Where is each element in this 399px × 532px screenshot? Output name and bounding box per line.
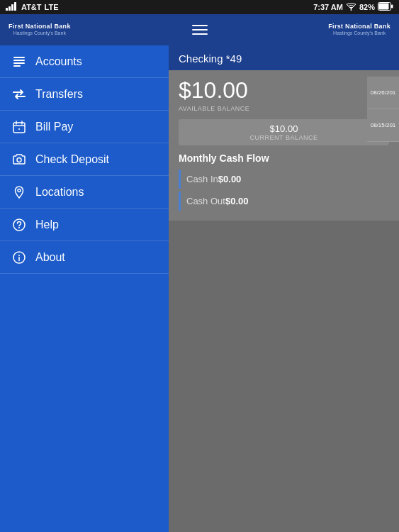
header-logo-left: First National Bank Hastings County's Ba…	[9, 23, 71, 36]
current-balance-box: $10.00 CURRENT BALANCE	[179, 119, 389, 145]
svg-rect-9	[13, 60, 25, 61]
logo-sub-left: Hastings County's Bank	[13, 31, 66, 36]
svg-point-16	[18, 128, 20, 130]
main-content: Checking *49 $10.00 AVAILABLE BALANCE $1…	[169, 45, 399, 532]
time-label: 7:37 AM	[313, 3, 343, 11]
locations-label: Locations	[35, 186, 84, 199]
cash-out-item: Cash Out $0.00	[179, 192, 389, 211]
available-balance-amount: $10.00	[179, 77, 389, 104]
svg-rect-2	[11, 4, 13, 11]
svg-rect-7	[391, 5, 393, 9]
menu-button[interactable]	[192, 25, 208, 35]
logo-name-left: First National Bank	[9, 23, 71, 31]
current-balance-amount: $10.00	[179, 123, 389, 134]
network-label: LTE	[45, 3, 59, 11]
svg-rect-6	[379, 4, 389, 10]
cash-in-label: Cash In	[186, 174, 218, 184]
sidebar-item-about[interactable]: About	[0, 241, 169, 274]
status-bar: AT&T LTE 7:37 AM 82%	[0, 0, 399, 14]
sidebar: Accounts Transfers	[0, 45, 169, 532]
date-text-1: 08/26/201	[371, 89, 396, 96]
info-icon	[11, 250, 27, 265]
cash-in-value: $0.00	[218, 174, 242, 184]
svg-point-18	[18, 189, 21, 192]
logo-name-right: First National Bank	[328, 23, 390, 31]
wifi-icon	[346, 3, 356, 12]
account-title: Checking *49	[179, 52, 242, 65]
about-label: About	[35, 251, 65, 264]
current-balance-label: CURRENT BALANCE	[179, 134, 389, 141]
svg-point-22	[18, 255, 20, 256]
app-container: First National Bank Hastings County's Ba…	[0, 14, 399, 532]
cash-out-value: $0.00	[225, 196, 249, 206]
account-card: Checking *49 $10.00 AVAILABLE BALANCE $1…	[169, 45, 399, 221]
svg-point-19	[13, 219, 25, 231]
check-deposit-label: Check Deposit	[35, 153, 109, 166]
carrier-label: AT&T	[21, 3, 42, 11]
svg-rect-10	[13, 62, 25, 64]
header-logo-right: First National Bank Hastings County's Ba…	[328, 23, 390, 36]
list-icon	[11, 54, 27, 70]
status-left: AT&T LTE	[6, 2, 58, 12]
svg-rect-12	[13, 123, 25, 133]
app-header: First National Bank Hastings County's Ba…	[0, 14, 399, 45]
location-icon	[11, 184, 27, 200]
svg-point-20	[18, 227, 20, 228]
help-label: Help	[35, 218, 59, 231]
logo-sub-right: Hastings County's Bank	[333, 31, 386, 36]
account-body: $10.00 AVAILABLE BALANCE $10.00 CURRENT …	[169, 70, 399, 221]
status-right: 7:37 AM 82%	[313, 2, 393, 12]
account-header: Checking *49	[169, 45, 399, 70]
calendar-icon	[11, 119, 27, 135]
sidebar-item-bill-pay[interactable]: Bill Pay	[0, 111, 169, 143]
date-column: 08/26/201 08/15/201	[367, 77, 399, 142]
signal-dots	[6, 2, 18, 12]
cash-out-label: Cash Out	[186, 196, 225, 206]
svg-rect-3	[14, 2, 16, 11]
svg-rect-0	[6, 8, 8, 11]
date-item-1: 08/26/201	[367, 77, 399, 109]
svg-rect-8	[13, 57, 25, 58]
camera-icon	[11, 152, 27, 167]
battery-icon	[378, 2, 393, 12]
available-balance-label: AVAILABLE BALANCE	[179, 105, 389, 112]
transfers-label: Transfers	[35, 88, 83, 101]
help-icon	[11, 217, 27, 233]
transfer-icon	[11, 87, 27, 102]
body-container: Accounts Transfers	[0, 45, 399, 532]
date-text-2: 08/15/201	[371, 122, 396, 128]
bill-pay-label: Bill Pay	[35, 121, 73, 133]
sidebar-item-transfers[interactable]: Transfers	[0, 78, 169, 111]
sidebar-item-accounts[interactable]: Accounts	[0, 45, 169, 78]
sidebar-item-help[interactable]: Help	[0, 209, 169, 241]
cash-in-item: Cash In $0.00	[179, 170, 389, 189]
svg-rect-11	[13, 65, 21, 67]
battery-percentage: 82%	[359, 3, 375, 11]
date-item-2: 08/15/201	[367, 109, 399, 142]
monthly-cash-flow-title: Monthly Cash Flow	[179, 153, 389, 164]
sidebar-item-locations[interactable]: Locations	[0, 176, 169, 209]
sidebar-item-check-deposit[interactable]: Check Deposit	[0, 143, 169, 176]
svg-point-17	[17, 157, 21, 162]
svg-rect-1	[9, 6, 11, 11]
svg-point-4	[350, 9, 352, 11]
accounts-label: Accounts	[35, 55, 82, 68]
